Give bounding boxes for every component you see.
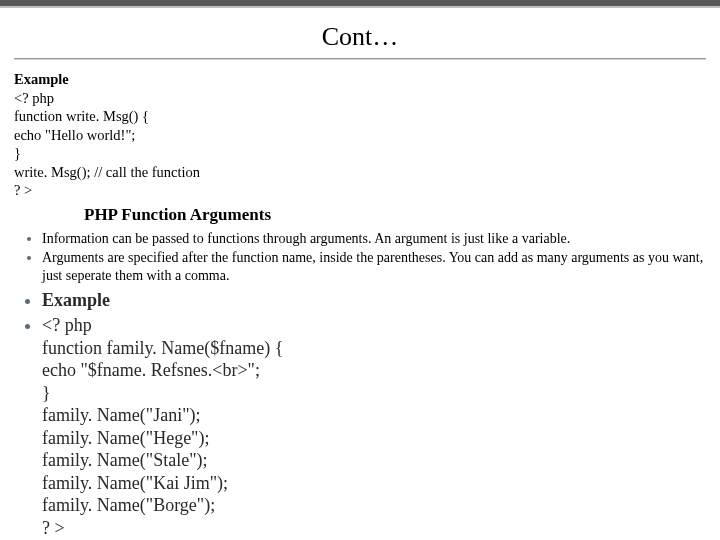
code-line: } — [14, 144, 706, 163]
code-line: echo "$fname. Refsnes.<br>"; — [42, 359, 706, 382]
code-line: family. Name("Hege"); — [42, 427, 706, 450]
title-underline — [14, 58, 706, 60]
section-heading: PHP Function Arguments — [14, 200, 706, 230]
code-line: write. Msg(); // call the function — [14, 163, 706, 182]
code-line: family. Name("Borge"); — [42, 494, 706, 517]
code-block-2: <? php function family. Name($fname) { e… — [42, 314, 706, 539]
slide-top-border — [0, 0, 720, 8]
slide-content: Example <? php function write. Msg() { e… — [0, 66, 720, 539]
code-line: function write. Msg() { — [14, 107, 706, 126]
code-line: ? > — [14, 181, 706, 200]
list-item: <? php function family. Name($fname) { e… — [42, 314, 706, 539]
code-line: ? > — [42, 517, 706, 540]
code-line: <? php — [14, 89, 706, 108]
code-line: family. Name("Kai Jim"); — [42, 472, 706, 495]
slide-title: Cont… — [0, 8, 720, 58]
code-line: family. Name("Stale"); — [42, 449, 706, 472]
bullet-list-example2: Example <? php function family. Name($fn… — [14, 289, 706, 539]
code-line: function family. Name($fname) { — [42, 337, 706, 360]
code-line: echo "Hello world!"; — [14, 126, 706, 145]
example-label-2: Example — [42, 290, 110, 310]
example-label-1: Example — [14, 70, 706, 89]
code-line: family. Name("Jani"); — [42, 404, 706, 427]
bullet-list-info: Information can be passed to functions t… — [14, 230, 706, 286]
code-line: <? php — [42, 314, 706, 337]
list-item: Information can be passed to functions t… — [42, 230, 706, 248]
list-item: Arguments are specified after the functi… — [42, 249, 706, 285]
list-item: Example — [42, 289, 706, 312]
code-block-1: <? php function write. Msg() { echo "Hel… — [14, 89, 706, 200]
code-line: } — [42, 382, 706, 405]
